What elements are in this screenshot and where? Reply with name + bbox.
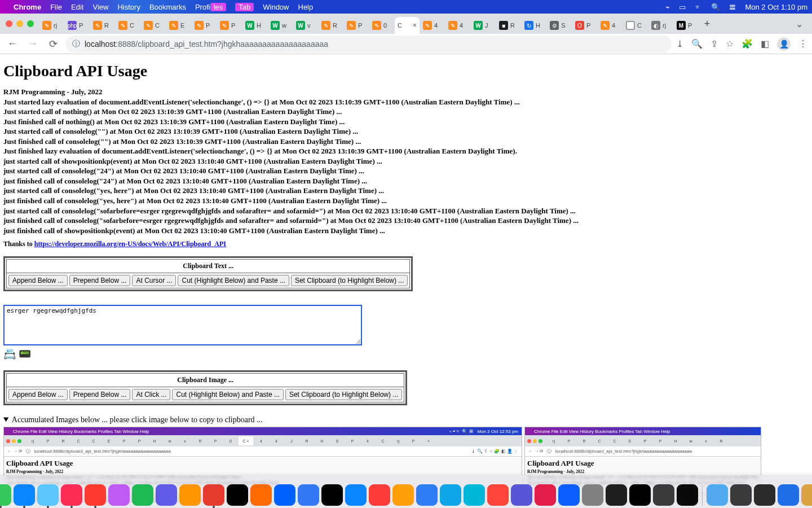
dock-app-icon[interactable] bbox=[440, 484, 461, 502]
image-cutpaste-button[interactable]: Cut (Highlight Below) and Paste ... bbox=[172, 389, 283, 400]
menu-view[interactable]: View bbox=[92, 3, 108, 11]
menu-edit[interactable]: Edit bbox=[71, 3, 83, 11]
browser-tab[interactable]: ✎P bbox=[217, 17, 242, 34]
browser-tab[interactable]: ↻H bbox=[522, 17, 546, 34]
dock-app-icon[interactable] bbox=[0, 484, 11, 502]
image-setclipboard-button[interactable]: Set Clipboard (to Highlight Below) ... bbox=[285, 389, 402, 400]
browser-tab[interactable]: ✎4 bbox=[445, 17, 470, 34]
dock-app-icon[interactable] bbox=[677, 484, 698, 502]
accumulated-images-summary[interactable]: Accumulated Images below ... please clic… bbox=[3, 415, 809, 424]
menu-help[interactable]: Help bbox=[298, 3, 314, 11]
dock-app-icon[interactable] bbox=[321, 484, 343, 502]
browser-tab[interactable]: ◐rj bbox=[648, 17, 673, 34]
dock-app-icon[interactable] bbox=[511, 484, 532, 502]
image-prepend-button[interactable]: Prepend Below ... bbox=[69, 389, 131, 400]
dock-app-icon[interactable] bbox=[535, 484, 556, 502]
menubar-app-name[interactable]: Chrome bbox=[14, 3, 41, 11]
menu-profiles[interactable]: Profiles bbox=[195, 3, 226, 11]
install-icon[interactable]: ⤓ bbox=[676, 38, 683, 49]
wifi-icon[interactable]: ᯤ bbox=[695, 3, 702, 11]
control-center-icon[interactable]: 𝌆 bbox=[729, 3, 736, 11]
dock-app-icon[interactable] bbox=[274, 484, 295, 502]
dock-app-icon[interactable] bbox=[108, 484, 130, 502]
forward-button[interactable]: → bbox=[25, 36, 41, 52]
chrome-menu-icon[interactable]: ⋮ bbox=[798, 38, 807, 49]
reload-button[interactable]: ⟳ bbox=[45, 36, 61, 52]
dock-app-icon[interactable] bbox=[61, 484, 82, 502]
text-atcursor-button[interactable]: At Cursor ... bbox=[132, 275, 176, 286]
browser-tab[interactable]: WJ bbox=[471, 17, 496, 34]
browser-tab[interactable]: ■R bbox=[496, 17, 521, 34]
dock-app-icon[interactable] bbox=[156, 484, 177, 502]
dock-app-icon[interactable] bbox=[37, 484, 59, 502]
new-tab-button[interactable]: + bbox=[699, 16, 715, 32]
dock-app-icon[interactable] bbox=[298, 484, 319, 502]
browser-tab[interactable]: ✎E bbox=[166, 17, 191, 34]
dock-app-icon[interactable] bbox=[778, 484, 799, 502]
menu-history[interactable]: History bbox=[117, 3, 140, 11]
browser-tab[interactable]: ✎P bbox=[192, 17, 217, 34]
browser-tab[interactable]: ✎C bbox=[141, 17, 166, 34]
dock-app-icon[interactable] bbox=[801, 484, 813, 502]
dock-app-icon[interactable] bbox=[606, 484, 627, 502]
dock-app-icon[interactable] bbox=[85, 484, 106, 502]
zoom-window-icon[interactable] bbox=[27, 20, 34, 27]
bookmark-icon[interactable]: ☆ bbox=[726, 38, 734, 49]
dock-app-icon[interactable] bbox=[227, 484, 248, 502]
main-textarea[interactable] bbox=[3, 305, 362, 345]
browser-tab[interactable]: WH bbox=[242, 17, 267, 34]
browser-tab[interactable]: Wv bbox=[293, 17, 318, 34]
browser-tab[interactable]: ✎4 bbox=[420, 17, 445, 34]
menu-window[interactable]: Window bbox=[263, 3, 289, 11]
emoji-row[interactable]: 📇 📟 bbox=[3, 348, 809, 360]
browser-tab[interactable]: ✎R bbox=[90, 17, 115, 34]
browser-tab[interactable]: ✎R bbox=[319, 17, 343, 34]
close-window-icon[interactable] bbox=[6, 20, 12, 27]
dock-app-icon[interactable] bbox=[629, 484, 651, 502]
search-icon[interactable]: 🔍 bbox=[711, 3, 720, 11]
dock-app-icon[interactable] bbox=[369, 484, 390, 502]
profile-avatar-icon[interactable]: 👤 bbox=[777, 37, 791, 51]
text-prepend-button[interactable]: Prepend Below ... bbox=[69, 275, 131, 286]
text-setclipboard-button[interactable]: Set Clipboard (to Highlight Below) ... bbox=[291, 275, 408, 286]
zoom-icon[interactable]: 🔍 bbox=[691, 38, 703, 49]
tab-overflow-icon[interactable]: ⌄ bbox=[790, 19, 809, 29]
dock-app-icon[interactable] bbox=[179, 484, 201, 502]
dock-app-icon[interactable] bbox=[707, 484, 728, 502]
dock-app-icon[interactable] bbox=[345, 484, 367, 502]
dock-app-icon[interactable] bbox=[132, 484, 153, 502]
battery-icon[interactable]: ▭ bbox=[679, 3, 686, 11]
thanks-link[interactable]: https://developer.mozilla.org/en-US/docs… bbox=[34, 240, 226, 248]
browser-tab[interactable]: ✎rj bbox=[39, 17, 64, 34]
text-cutpaste-button[interactable]: Cut (Highlight Below) and Paste ... bbox=[178, 275, 289, 286]
address-bar[interactable]: ⓘ localhost:8888/clipboard_api_test.htm?… bbox=[65, 36, 672, 52]
site-info-icon[interactable]: ⓘ bbox=[72, 39, 80, 49]
back-button[interactable]: ← bbox=[5, 36, 20, 52]
browser-tab[interactable]: OP bbox=[572, 17, 597, 34]
browser-tab[interactable]: ✎P bbox=[344, 17, 369, 34]
dock-app-icon[interactable] bbox=[653, 484, 674, 502]
bluetooth-icon[interactable]: ⌁ bbox=[665, 3, 670, 11]
dock-app-icon[interactable] bbox=[203, 484, 224, 502]
dock-app-icon[interactable] bbox=[487, 484, 509, 502]
browser-tab[interactable]: C bbox=[623, 17, 648, 34]
browser-tab[interactable]: ✎C bbox=[116, 17, 140, 34]
dock-app-icon[interactable] bbox=[250, 484, 272, 502]
browser-tab[interactable]: Ww bbox=[268, 17, 293, 34]
image-atclick-button[interactable]: At Click ... bbox=[132, 389, 170, 400]
browser-tab[interactable]: C× bbox=[395, 17, 420, 34]
browser-tab[interactable]: phpP bbox=[65, 17, 90, 34]
menu-bookmarks[interactable]: Bookmarks bbox=[149, 3, 186, 11]
menubar-clock[interactable]: Mon 2 Oct 1:10 pm bbox=[745, 3, 807, 11]
browser-tab[interactable]: MP bbox=[674, 17, 699, 34]
dock-app-icon[interactable] bbox=[558, 484, 580, 502]
browser-tab[interactable]: ⚙S bbox=[547, 17, 572, 34]
dock-app-icon[interactable] bbox=[582, 484, 603, 502]
close-tab-icon[interactable]: × bbox=[413, 21, 417, 29]
dock-app-icon[interactable] bbox=[416, 484, 438, 502]
dock-app-icon[interactable] bbox=[464, 484, 485, 502]
dock-app-icon[interactable] bbox=[14, 484, 35, 502]
dock-app-icon[interactable] bbox=[730, 484, 752, 502]
dock-app-icon[interactable] bbox=[392, 484, 414, 502]
browser-tab[interactable]: ✎4 bbox=[598, 17, 623, 34]
